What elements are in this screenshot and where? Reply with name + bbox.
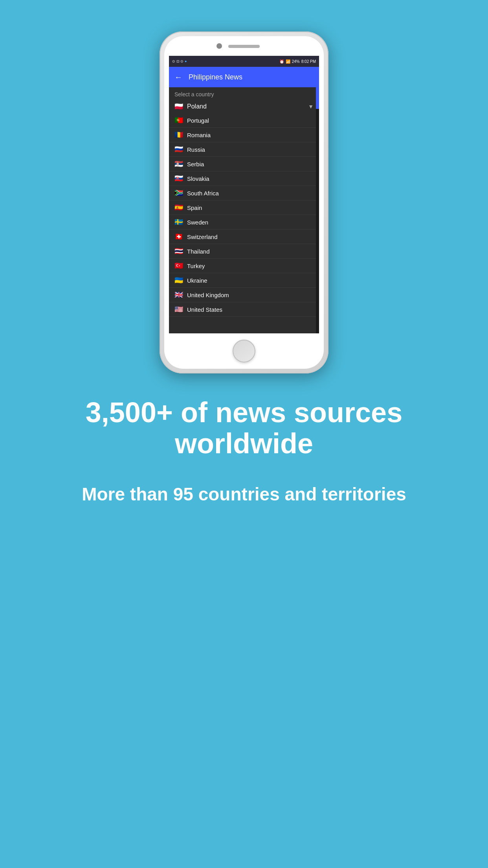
country-flag: 🇺🇸 — [174, 306, 183, 313]
country-name: Portugal — [187, 117, 209, 124]
phone-camera — [216, 43, 222, 49]
country-flag: 🇷🇸 — [174, 160, 183, 167]
country-name: Sweden — [187, 219, 208, 226]
promo-subline: More than 95 countries and territories — [31, 483, 457, 506]
list-item[interactable]: 🇸🇪Sweden — [169, 215, 319, 230]
status-bar: ⊙ ⊡ ⊙ ● ⏰ 📶 24% 8:02 PM — [169, 56, 319, 67]
country-flag: 🇿🇦 — [174, 189, 183, 197]
selected-flag: 🇵🇱 — [174, 103, 183, 110]
phone-home-button[interactable] — [233, 340, 255, 362]
status-right: ⏰ 📶 24% 8:02 PM — [279, 59, 316, 64]
list-item[interactable]: 🇿🇦South Africa — [169, 186, 319, 200]
content-area: Select a country 🇵🇱 Poland ▼ — [169, 87, 319, 333]
country-flag: 🇪🇸 — [174, 204, 183, 211]
country-flag: 🇵🇹 — [174, 117, 183, 124]
phone-screen: ⊙ ⊡ ⊙ ● ⏰ 📶 24% 8:02 PM ← Philippines Ne… — [169, 56, 319, 333]
status-icons: ⊙ ⊡ ⊙ — [172, 59, 183, 63]
list-item[interactable]: 🇵🇹Portugal — [169, 113, 319, 128]
phone-speaker — [228, 45, 260, 48]
country-name: United Kingdom — [187, 292, 229, 298]
scroll-indicator — [316, 87, 319, 333]
phone-outer: ⊙ ⊡ ⊙ ● ⏰ 📶 24% 8:02 PM ← Philippines Ne… — [160, 31, 328, 373]
country-list: 🇵🇹Portugal🇷🇴Romania🇷🇺Russia🇷🇸Serbia🇸🇰Slo… — [169, 113, 319, 317]
country-name: Switzerland — [187, 234, 218, 240]
country-flag: 🇹🇭 — [174, 248, 183, 255]
country-name: Russia — [187, 146, 205, 153]
country-flag: 🇹🇷 — [174, 262, 183, 269]
wifi-icon: 📶 — [286, 59, 290, 64]
phone-inner: ⊙ ⊡ ⊙ ● ⏰ 📶 24% 8:02 PM ← Philippines Ne… — [164, 36, 324, 369]
list-item[interactable]: 🇷🇸Serbia — [169, 157, 319, 171]
country-flag: 🇬🇧 — [174, 291, 183, 298]
list-item[interactable]: 🇷🇺Russia — [169, 142, 319, 157]
time-text: 8:02 PM — [301, 59, 316, 64]
country-flag: 🇨🇭 — [174, 233, 183, 240]
country-name: Turkey — [187, 263, 205, 269]
list-item[interactable]: 🇺🇦Ukraine — [169, 273, 319, 288]
promo-section: 3,500+ of news sources worldwide More th… — [0, 397, 488, 506]
country-name: Thailand — [187, 248, 210, 255]
list-item[interactable]: 🇬🇧United Kingdom — [169, 288, 319, 302]
list-item[interactable]: 🇸🇰Slovakia — [169, 171, 319, 186]
dropdown-arrow-icon: ▼ — [308, 103, 314, 110]
alarm-icon: ⏰ — [279, 59, 284, 64]
selected-name: Poland — [187, 103, 207, 110]
list-item[interactable]: 🇪🇸Spain — [169, 200, 319, 215]
app-title: Philippines News — [189, 73, 242, 81]
phone-wrapper: ⊙ ⊡ ⊙ ● ⏰ 📶 24% 8:02 PM ← Philippines Ne… — [160, 31, 328, 373]
selected-row-left: 🇵🇱 Poland — [174, 103, 207, 110]
country-flag: 🇸🇪 — [174, 219, 183, 226]
list-item[interactable]: 🇹🇭Thailand — [169, 244, 319, 259]
back-button[interactable]: ← — [174, 73, 182, 82]
country-flag: 🇸🇰 — [174, 175, 183, 182]
country-flag: 🇷🇴 — [174, 131, 183, 138]
list-item[interactable]: 🇹🇷Turkey — [169, 259, 319, 273]
country-flag: 🇷🇺 — [174, 146, 183, 153]
promo-headline: 3,500+ of news sources worldwide — [31, 397, 457, 459]
scroll-thumb — [316, 87, 319, 109]
battery-text: 24% — [292, 59, 300, 64]
country-name: Serbia — [187, 161, 204, 167]
country-name: Ukraine — [187, 277, 207, 284]
country-name: United States — [187, 306, 222, 313]
country-flag: 🇺🇦 — [174, 277, 183, 284]
selected-country-row[interactable]: 🇵🇱 Poland ▼ — [169, 100, 319, 113]
list-item[interactable]: 🇺🇸United States — [169, 302, 319, 317]
list-item[interactable]: 🇨🇭Switzerland — [169, 230, 319, 244]
select-label: Select a country — [169, 87, 319, 100]
country-name: Slovakia — [187, 175, 209, 182]
app-header: ← Philippines News — [169, 67, 319, 87]
country-name: Romania — [187, 132, 211, 138]
country-name: Spain — [187, 204, 202, 211]
list-item[interactable]: 🇷🇴Romania — [169, 128, 319, 142]
country-name: South Africa — [187, 190, 219, 197]
status-dot: ● — [185, 59, 187, 63]
status-left: ⊙ ⊡ ⊙ ● — [172, 59, 187, 63]
